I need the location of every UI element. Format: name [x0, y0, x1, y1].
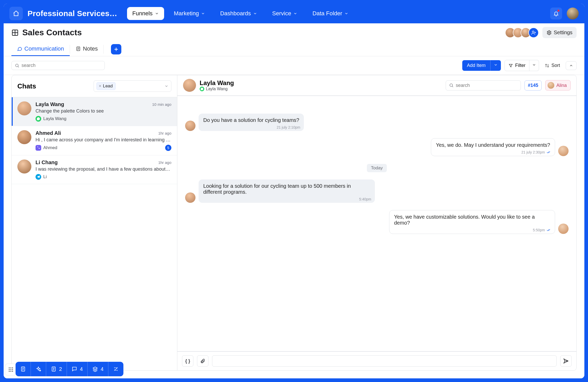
- add-item-dropdown[interactable]: [490, 60, 501, 71]
- paperclip-icon: [200, 358, 205, 364]
- nav-tab-dashboards[interactable]: Dashboards: [215, 7, 262, 20]
- settings-button[interactable]: Settings: [542, 27, 577, 38]
- svg-point-12: [9, 371, 10, 372]
- add-item-button[interactable]: Add Item: [462, 60, 501, 71]
- bb-disconnect-button[interactable]: [108, 362, 123, 376]
- collaborators[interactable]: [505, 27, 539, 38]
- template-button[interactable]: { }: [182, 355, 193, 367]
- chat-item[interactable]: Li Chang 1hr ago I was reviewing the pro…: [12, 155, 177, 184]
- ticket-id-pill[interactable]: #145: [524, 80, 542, 91]
- nav-tab-label: Marketing: [174, 10, 199, 17]
- nav-tab-label: Dashboards: [220, 10, 251, 17]
- chat-item[interactable]: Layla Wang 10 min ago Change the palette…: [12, 97, 177, 126]
- home-button[interactable]: [9, 7, 23, 20]
- search-field[interactable]: [22, 63, 101, 68]
- tab-notes[interactable]: Notes: [70, 42, 103, 56]
- message-time: 5:50pm: [533, 228, 545, 232]
- nav-tab-marketing[interactable]: Marketing: [169, 7, 211, 20]
- read-ticks-icon: [547, 151, 551, 154]
- chevron-down-icon: [532, 63, 536, 67]
- avatar: [185, 192, 195, 203]
- tab-label: Communication: [24, 45, 64, 52]
- doc-icon: [20, 366, 26, 372]
- top-nav: Professional Services… Funnels Marketing…: [4, 4, 584, 23]
- assignee-pill[interactable]: Alina: [545, 80, 571, 91]
- plus-icon: [113, 46, 119, 52]
- bb-doc-count-button[interactable]: 2: [46, 362, 67, 376]
- message-text: Looking for a solution for our cycling t…: [203, 183, 351, 195]
- nav-tab-funnels[interactable]: Funnels: [127, 7, 164, 20]
- avatar: [17, 159, 31, 173]
- bb-doc-button[interactable]: [16, 362, 31, 376]
- notes-icon: [76, 46, 81, 51]
- attach-button[interactable]: [197, 355, 208, 367]
- bb-layers-button[interactable]: 4: [88, 362, 108, 376]
- message-incoming: Looking for a solution for our cycling t…: [185, 179, 569, 203]
- filter-label: Filter: [515, 63, 526, 68]
- chat-source-label: Layla Wang: [43, 116, 66, 121]
- sort-button[interactable]: Sort: [543, 60, 562, 71]
- tab-communication[interactable]: Communication: [11, 42, 70, 56]
- add-item-label: Add Item: [467, 63, 486, 68]
- notifications-button[interactable]: [550, 8, 562, 19]
- message-time: 21 july 2:30pm: [521, 150, 545, 154]
- user-avatar[interactable]: [567, 8, 579, 19]
- bottom-bar: 2 4 4: [16, 362, 123, 376]
- unlink-icon: [113, 366, 119, 372]
- chat-time: 10 min ago: [152, 102, 171, 107]
- nav-tabs: Funnels Marketing Dashboards Service Dat…: [127, 7, 354, 20]
- message-time: 21 july 2:10pm: [277, 125, 300, 129]
- bb-chat-count-button[interactable]: 4: [67, 362, 88, 376]
- send-button[interactable]: [560, 355, 572, 367]
- svg-point-4: [16, 64, 18, 67]
- chat-time: 1hr ago: [158, 131, 171, 135]
- workspace-title[interactable]: Professional Services…: [27, 9, 117, 18]
- messages-area[interactable]: Do you have a solution for cycling teams…: [177, 96, 576, 351]
- message-input[interactable]: [212, 355, 557, 367]
- chat-source-label: Li: [43, 174, 47, 179]
- chat-count: 4: [80, 366, 83, 372]
- filter-button[interactable]: Filter: [505, 60, 529, 71]
- search-icon: [15, 63, 19, 68]
- date-divider: Today: [185, 164, 569, 172]
- comment-icon: [72, 366, 77, 372]
- remove-chip-icon[interactable]: ×: [99, 84, 101, 89]
- message-text: Yes, we do. May I understand your requir…: [436, 142, 550, 148]
- search-input[interactable]: [11, 61, 105, 70]
- nav-tab-service[interactable]: Service: [267, 7, 303, 20]
- message-incoming: Do you have a solution for cycling teams…: [185, 114, 569, 131]
- nav-tab-data-folder[interactable]: Data Folder: [307, 7, 354, 20]
- apps-button[interactable]: [5, 364, 17, 375]
- search-icon: [449, 83, 454, 88]
- chip-label: Lead: [103, 84, 113, 89]
- chevron-down-icon: [293, 11, 297, 16]
- read-ticks-icon: [547, 228, 551, 232]
- braces-icon: { }: [185, 358, 190, 364]
- unread-badge: 5: [165, 145, 171, 151]
- conversation-header: Layla Wang Layla Wang #: [177, 75, 576, 96]
- svg-point-10: [10, 369, 11, 370]
- message-outgoing: Yes, we have customizable solutions. Wou…: [185, 210, 569, 234]
- filter-dropdown[interactable]: [529, 60, 539, 71]
- svg-point-6: [9, 367, 10, 369]
- filter-chip-lead[interactable]: × Lead: [96, 82, 116, 90]
- conversation-panel: Layla Wang Layla Wang #: [177, 75, 577, 371]
- svg-point-5: [450, 84, 453, 87]
- conversation-search-input[interactable]: [446, 80, 521, 91]
- page-header: Sales Contacts Settings: [4, 23, 584, 56]
- add-collaborator-button[interactable]: [528, 27, 539, 38]
- chevron-down-icon: [164, 84, 169, 88]
- doc-icon: [51, 366, 57, 372]
- sparkle-icon: [36, 366, 41, 372]
- chevron-down-icon: [155, 11, 159, 16]
- conversation-search-field[interactable]: [456, 83, 517, 88]
- bb-ai-button[interactable]: [31, 362, 46, 376]
- chevron-down-icon: [344, 11, 348, 16]
- add-tab-button[interactable]: [111, 44, 121, 54]
- conversation-name: Layla Wang: [200, 79, 234, 87]
- collapse-button[interactable]: [566, 61, 577, 70]
- message-time: 5:40pm: [359, 197, 371, 201]
- chats-filter-select[interactable]: × Lead: [94, 80, 171, 92]
- chat-item[interactable]: Ahmed Ali 1hr ago Hi , I came across you…: [12, 126, 177, 155]
- whatsapp-icon: [36, 116, 41, 122]
